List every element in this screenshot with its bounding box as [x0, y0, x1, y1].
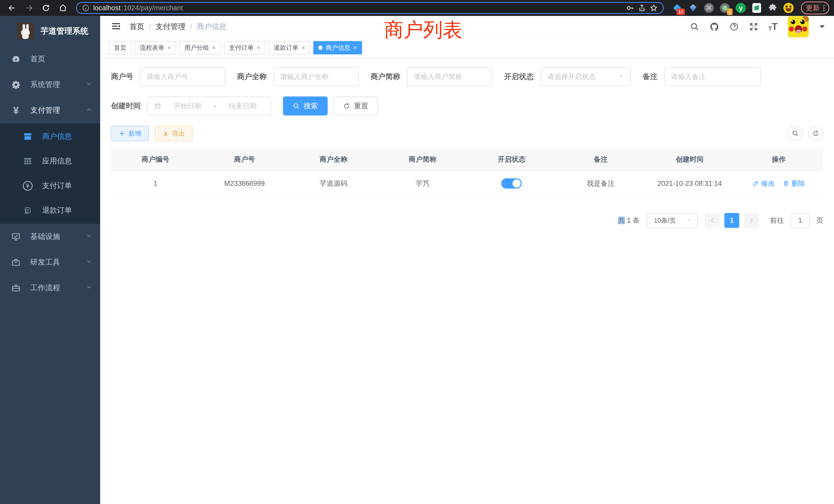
- col-status: 开启状态: [467, 148, 556, 170]
- sidebar-toggle-icon[interactable]: [106, 21, 126, 32]
- breadcrumb-payment[interactable]: 支付管理: [156, 22, 185, 32]
- tab-user-group[interactable]: 用户分组×: [179, 41, 221, 54]
- extension-diamond-icon[interactable]: 10: [672, 3, 682, 13]
- refresh-table-button[interactable]: [808, 126, 823, 141]
- field-label-create-time: 创建时间: [111, 101, 141, 111]
- tab-refund-order[interactable]: 退款订单×: [269, 41, 310, 54]
- browser-forward-icon[interactable]: [22, 2, 37, 14]
- bookmark-star-icon[interactable]: [650, 4, 658, 12]
- export-button[interactable]: 导出: [155, 126, 193, 141]
- sidebar-item-refund-order[interactable]: 退款订单: [0, 198, 100, 223]
- extension-y-icon[interactable]: y: [736, 3, 746, 13]
- browser-reload-icon[interactable]: [39, 2, 53, 14]
- extensions-puzzle-icon[interactable]: [768, 3, 778, 13]
- extension-badge: 10: [677, 8, 685, 15]
- close-icon[interactable]: ×: [212, 44, 216, 51]
- cell-create-time: 2021-10-23 08:31:14: [645, 171, 734, 196]
- info-icon[interactable]: [82, 4, 90, 12]
- page-content: 商户号 请输入商户号 商户全称 请输入商户全称 商户简称 请输入商户简称 开启状…: [100, 58, 834, 504]
- prev-page-button[interactable]: [705, 213, 720, 228]
- active-dot: [319, 46, 323, 50]
- sidebar-item-label: 首页: [30, 54, 92, 64]
- user-avatar[interactable]: [788, 16, 809, 37]
- add-button[interactable]: 新增: [111, 126, 149, 141]
- field-label-status: 开启状态: [504, 72, 534, 82]
- date-range-picker[interactable]: 开始日期 - 结束日期: [147, 96, 271, 115]
- chevron-down-icon: [618, 73, 624, 81]
- close-icon[interactable]: ×: [353, 44, 357, 51]
- sidebar-item-system[interactable]: 系统管理: [0, 72, 100, 97]
- extension-badge-1: 1: [727, 8, 732, 15]
- cell-full-name: 芋道源码: [289, 171, 378, 196]
- chevron-left-icon: [709, 217, 716, 224]
- url-bar[interactable]: localhost:1024/pay/merchant: [76, 2, 664, 14]
- fullscreen-icon[interactable]: [749, 22, 758, 31]
- extension-circle-icon[interactable]: 1: [720, 3, 730, 13]
- edit-link[interactable]: 修改: [752, 179, 775, 188]
- help-icon[interactable]: [729, 22, 739, 31]
- sidebar-item-pay-order[interactable]: ¥ 支付订单: [0, 174, 100, 198]
- extension-pin-icon[interactable]: [688, 3, 698, 13]
- font-size-icon[interactable]: TT: [769, 22, 777, 31]
- close-icon[interactable]: ×: [257, 44, 260, 51]
- merchant-table: 商户编号 商户号 商户全称 商户简称 开启状态 备注 创建时间 操作 1 M23…: [111, 148, 823, 197]
- password-key-icon[interactable]: [626, 4, 634, 12]
- chevron-down-icon: [686, 217, 692, 224]
- sidebar-item-label: 支付订单: [42, 181, 72, 191]
- goto-page-input[interactable]: 1: [791, 213, 810, 228]
- url-host: localhost: [93, 4, 121, 12]
- sidebar-item-payment[interactable]: ¥ 支付管理: [0, 97, 100, 123]
- breadcrumb-home[interactable]: 首页: [129, 22, 144, 32]
- extension-smiley-icon[interactable]: [784, 3, 794, 13]
- field-label-short-name: 商户简称: [371, 72, 400, 82]
- chevron-down-icon: [86, 284, 92, 292]
- sidebar: 芋道管理系统 首页 系统管理: [0, 16, 100, 504]
- browser-menu-icon[interactable]: [823, 5, 825, 11]
- delete-link[interactable]: 删除: [783, 179, 805, 188]
- sidebar-item-infra[interactable]: 基础设施: [0, 224, 100, 249]
- sidebar-item-home[interactable]: 首页: [0, 46, 100, 72]
- search-button[interactable]: 搜索: [283, 96, 328, 115]
- avatar-caret-icon[interactable]: [820, 25, 825, 28]
- merchant-no-input[interactable]: 请输入商户号: [140, 67, 225, 86]
- pagination: 共 1 条 10条/页 1 前往 1: [111, 213, 823, 228]
- extension-command-icon[interactable]: ⌘: [704, 3, 714, 13]
- tab-merchant-info[interactable]: 商户信息×: [313, 41, 362, 54]
- field-label-full-name: 商户全称: [237, 72, 267, 82]
- col-merchant-no: 商户号: [200, 148, 289, 170]
- toggle-search-button[interactable]: [788, 126, 803, 141]
- sidebar-item-app-info[interactable]: 应用信息: [0, 149, 100, 174]
- next-page-button[interactable]: [744, 213, 759, 228]
- browser-update-button[interactable]: 更新: [801, 2, 829, 14]
- browser-back-icon[interactable]: [5, 2, 20, 14]
- sidebar-item-devtools[interactable]: 研发工具: [0, 249, 100, 275]
- page-number-button[interactable]: 1: [724, 213, 739, 228]
- cell-actions: 修改 删除: [734, 171, 823, 196]
- browser-home-icon[interactable]: [56, 2, 70, 14]
- page-size-select[interactable]: 10条/页: [647, 213, 698, 228]
- dashboard-icon: [11, 54, 21, 64]
- app-logo-row[interactable]: 芋道管理系统: [0, 16, 100, 46]
- full-name-input[interactable]: 请输入商户全称: [273, 67, 359, 86]
- tab-process-form[interactable]: 流程表单×: [135, 41, 176, 54]
- close-icon[interactable]: ×: [302, 44, 305, 51]
- close-icon[interactable]: ×: [168, 44, 171, 51]
- sidebar-item-label: 基础设施: [30, 231, 76, 242]
- sidebar-item-merchant-info[interactable]: 商户信息: [0, 124, 100, 149]
- reset-button[interactable]: 重置: [333, 96, 378, 115]
- tags-view-bar: 首页 流程表单× 用户分组× 支付订单× 退款订单× 商户信息×: [100, 38, 834, 58]
- remark-input[interactable]: 请输入备注: [664, 67, 761, 86]
- tab-pay-order[interactable]: 支付订单×: [224, 41, 265, 54]
- tab-home[interactable]: 首页: [109, 41, 131, 54]
- share-icon[interactable]: [638, 4, 646, 12]
- status-toggle[interactable]: [501, 178, 522, 189]
- document-icon: [23, 206, 33, 215]
- extension-flag-icon[interactable]: [751, 3, 762, 13]
- table-row: 1 M233666999 芋道源码 芋艿 我是备注 2021-10-23 08:…: [111, 171, 823, 197]
- short-name-input[interactable]: 请输入商户简称: [407, 67, 492, 86]
- header-search-icon[interactable]: [690, 22, 699, 31]
- status-select[interactable]: 请选择开启状态: [541, 67, 631, 86]
- github-icon[interactable]: [709, 22, 719, 31]
- chevron-right-icon: [748, 217, 755, 224]
- sidebar-item-workflow[interactable]: 工作流程: [0, 275, 100, 301]
